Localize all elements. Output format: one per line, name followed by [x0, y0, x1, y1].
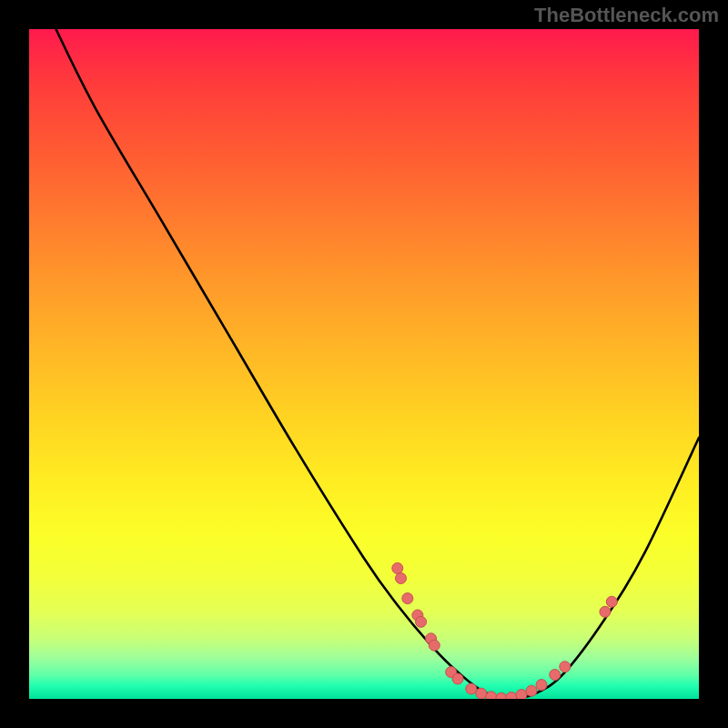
data-marker: [560, 662, 571, 672]
data-marker: [429, 640, 440, 651]
data-marker: [416, 616, 427, 627]
data-marker: [536, 680, 547, 691]
data-marker: [392, 562, 403, 573]
data-marker: [476, 688, 487, 699]
data-marker: [402, 593, 413, 604]
chart-plot-area: [29, 29, 699, 699]
data-marker: [550, 670, 561, 681]
watermark-text: TheBottleneck.com: [534, 4, 719, 27]
data-marker: [496, 693, 507, 699]
data-marker: [395, 573, 406, 584]
data-marker: [506, 693, 517, 699]
data-marker: [466, 683, 477, 694]
data-marker: [452, 673, 463, 684]
data-marker: [526, 685, 537, 696]
data-marker: [516, 690, 527, 699]
data-marker: [486, 692, 497, 699]
data-marker: [606, 596, 617, 607]
chart-markers-layer: [29, 29, 699, 699]
data-marker: [600, 606, 611, 617]
